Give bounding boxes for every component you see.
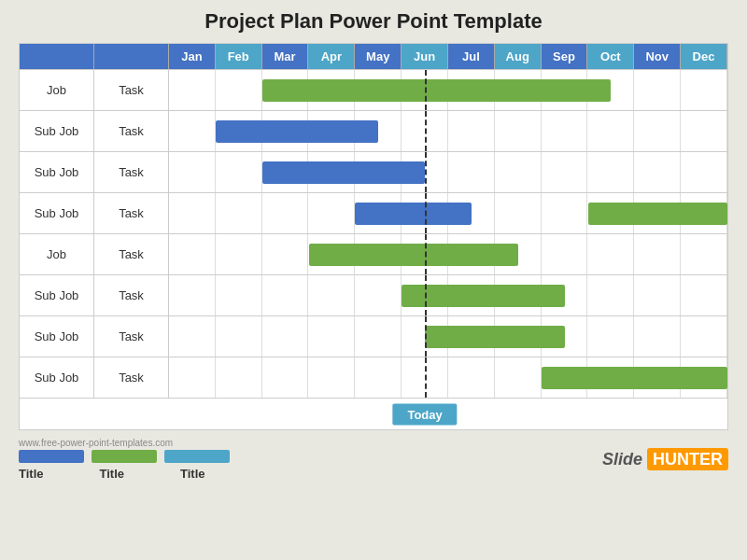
footer-title-2: Title xyxy=(180,467,205,481)
today-line xyxy=(425,111,427,151)
row-task-label-6: Task xyxy=(94,316,169,357)
row-bars-7 xyxy=(169,357,727,398)
gantt-row-4: JobTask xyxy=(20,233,727,274)
month-header-dec: Dec xyxy=(681,44,727,69)
row-bars-3 xyxy=(169,193,727,233)
brand-hunter: HUNTER xyxy=(647,448,728,470)
row-task-label-5: Task xyxy=(94,275,169,315)
page-title: Project Plan Power Point Template xyxy=(204,9,542,34)
row-job-label-3: Sub Job xyxy=(20,193,94,233)
row-bars-5 xyxy=(169,275,727,315)
footer-title-1: Title xyxy=(100,467,125,481)
row-task-label-1: Task xyxy=(94,111,169,151)
gantt-row-6: Sub JobTask xyxy=(20,315,727,357)
legend-bar-blue xyxy=(19,450,84,463)
row-bars-6 xyxy=(169,316,727,357)
row-task-label-7: Task xyxy=(94,357,169,398)
month-header-nov: Nov xyxy=(634,44,681,69)
legend-bar-teal xyxy=(164,450,230,463)
month-header-sep: Sep xyxy=(542,44,588,69)
row-bars-4 xyxy=(169,234,727,274)
row-job-label-5: Sub Job xyxy=(20,275,94,315)
gantt-row-7: Sub JobTask xyxy=(20,357,727,398)
row-bars-0 xyxy=(169,70,727,110)
today-line xyxy=(425,193,427,233)
gantt-row-5: Sub JobTask xyxy=(20,274,727,315)
today-line xyxy=(425,152,427,192)
month-header-jul: Jul xyxy=(448,44,495,69)
bar-row4-0 xyxy=(309,244,518,266)
row-bars-1 xyxy=(169,111,727,151)
row-job-label-7: Sub Job xyxy=(20,357,94,398)
bar-row0-0 xyxy=(262,79,612,102)
row-task-label-4: Task xyxy=(94,234,169,274)
today-line xyxy=(425,234,427,274)
footer-title-0: Title xyxy=(19,467,44,481)
today-line xyxy=(425,357,427,398)
brand-slide: Slide xyxy=(602,450,642,469)
month-header-feb: Feb xyxy=(216,44,262,69)
bar-row7-0 xyxy=(542,367,727,389)
bar-row6-0 xyxy=(425,326,565,348)
gantt-row-3: Sub JobTask xyxy=(20,192,727,233)
gantt-row-2: Sub JobTask xyxy=(20,151,727,192)
row-task-label-2: Task xyxy=(94,152,169,192)
month-header-apr: Apr xyxy=(308,44,355,69)
bar-row3-0 xyxy=(355,203,472,225)
month-header-aug: Aug xyxy=(495,44,542,69)
month-header-jan: Jan xyxy=(169,44,216,69)
row-job-label-2: Sub Job xyxy=(20,152,94,192)
row-job-label-0: Job xyxy=(20,70,94,110)
legend-bar-green xyxy=(92,450,157,463)
gantt-row-1: Sub JobTask xyxy=(20,110,727,151)
row-task-label-3: Task xyxy=(94,193,169,233)
gantt-row-0: JobTask xyxy=(20,69,727,110)
row-job-label-6: Sub Job xyxy=(20,316,94,357)
bar-row3-1 xyxy=(588,203,728,225)
row-task-label-0: Task xyxy=(94,70,169,110)
row-job-label-4: Job xyxy=(20,234,94,274)
today-line xyxy=(425,316,427,357)
today-line xyxy=(425,275,427,315)
month-header-jun: Jun xyxy=(402,44,448,69)
today-line xyxy=(425,70,427,110)
month-header-mar: Mar xyxy=(262,44,309,69)
bar-row1-0 xyxy=(216,120,378,143)
today-badge: Today xyxy=(392,403,457,425)
month-header-oct: Oct xyxy=(587,44,634,69)
footer-url: www.free-power-point-templates.com xyxy=(19,438,602,448)
month-header-may: May xyxy=(355,44,402,69)
row-job-label-1: Sub Job xyxy=(20,111,94,151)
brand-logo: Slide HUNTER xyxy=(602,450,728,469)
row-bars-2 xyxy=(169,152,727,192)
bar-row2-0 xyxy=(262,161,425,184)
